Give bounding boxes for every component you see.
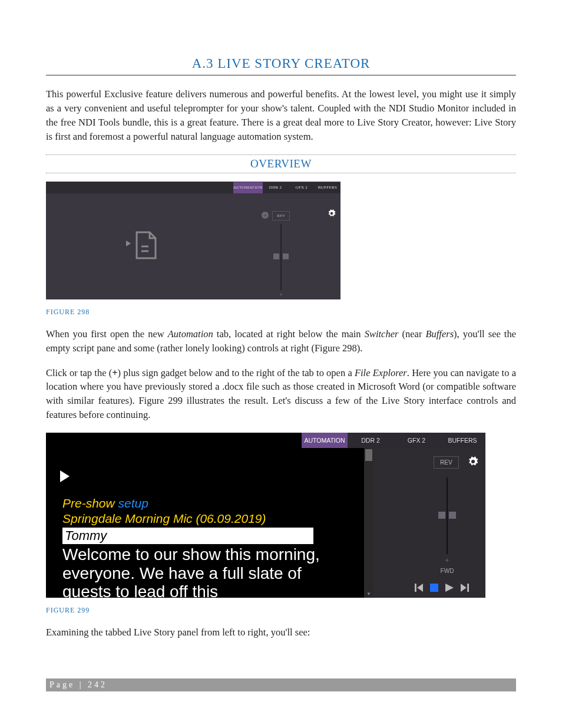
skip-prev-icon[interactable] (415, 584, 423, 592)
fwd-label: FWD (427, 568, 468, 574)
play-icon[interactable] (60, 470, 364, 485)
tab-ddr2[interactable]: DDR 2 (263, 182, 289, 193)
script-line-preshow: Pre-show setup (62, 496, 364, 510)
stop-icon[interactable] (430, 584, 438, 592)
speed-slider[interactable] (280, 224, 282, 290)
tab-buffers[interactable]: BUFFERS (315, 182, 340, 193)
paragraph-2: When you first open the new Automation t… (46, 327, 516, 355)
tab-ddr2[interactable]: DDR 2 (348, 433, 394, 448)
rev-label: REV (272, 211, 290, 220)
plus-icon[interactable]: + (427, 556, 468, 565)
scrollbar[interactable]: ▼ (364, 448, 373, 598)
figure-299-caption: FIGURE 299 (46, 606, 516, 615)
tab-automation[interactable]: AUTOMATION (233, 182, 263, 193)
tab-buffers[interactable]: BUFFERS (439, 433, 485, 448)
plus-icon[interactable]: + (260, 291, 302, 297)
script-body: Welcome to our show this morning, everyo… (62, 545, 322, 598)
script-speaker-box: Tommy (62, 528, 313, 544)
script-pane: Pre-show setup Springdale Morning Mic (0… (46, 448, 364, 598)
play-icon[interactable] (445, 584, 454, 592)
tab-gfx2[interactable]: GFX 2 (394, 433, 439, 448)
figure-298: AUTOMATION DDR 2 GFX 2 BUFFERS + REV (46, 182, 340, 299)
figure-298-caption: FIGURE 298 (46, 308, 516, 317)
skip-next-icon[interactable] (461, 584, 469, 592)
intro-paragraph: This powerful Exclusive feature delivers… (46, 87, 516, 144)
section-title: A.3 LIVE STORY CREATOR (46, 56, 516, 75)
tab-gfx2[interactable]: GFX 2 (289, 182, 315, 193)
gear-icon[interactable] (328, 209, 336, 220)
tab-automation[interactable]: AUTOMATION (302, 433, 348, 448)
figure-299: AUTOMATION DDR 2 GFX 2 BUFFERS Pre-show … (46, 433, 485, 598)
empty-doc-icon (134, 231, 158, 262)
speed-slider[interactable] (447, 477, 448, 554)
script-line-title: Springdale Morning Mic (06.09.2019) (62, 512, 364, 526)
gear-icon[interactable] (468, 456, 478, 469)
overview-heading: OVERVIEW (46, 154, 516, 173)
closing-paragraph: Examining the tabbed Live Story panel fr… (46, 625, 516, 640)
rev-label: REV (434, 456, 459, 469)
paragraph-3: Click or tap the (+) plus sign gadget be… (46, 366, 516, 423)
page-footer: Page | 242 (46, 678, 516, 691)
